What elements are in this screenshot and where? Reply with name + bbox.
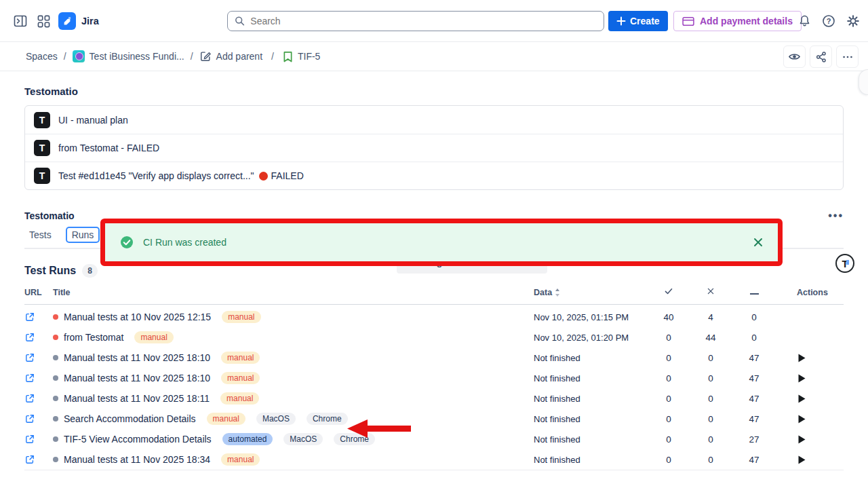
run-failed-count: 0 xyxy=(708,353,713,363)
play-run-icon[interactable] xyxy=(798,394,806,403)
create-button-label: Create xyxy=(630,16,660,26)
badge-macos: MacOS xyxy=(256,413,296,425)
breadcrumb-space[interactable]: Test iBusiness Fundi... xyxy=(73,50,184,62)
edit-pencil-icon xyxy=(199,50,212,62)
col-header-data[interactable]: Data xyxy=(534,288,648,297)
more-actions-icon[interactable] xyxy=(836,45,859,68)
create-button[interactable]: Create xyxy=(608,11,668,31)
col-header-data-label: Data xyxy=(534,288,552,297)
run-title: TIF-5 View Accommodation Details xyxy=(64,434,212,445)
run-passed-count: 0 xyxy=(666,455,671,465)
search-icon xyxy=(235,16,245,26)
col-header-actions: Actions xyxy=(776,288,844,297)
run-title: Manual tests at 10 Nov 2025 12:15 xyxy=(64,312,211,322)
run-data: Not finished xyxy=(534,353,648,363)
table-header-row: URL Title Data Actions xyxy=(24,286,844,305)
run-data: Not finished xyxy=(534,434,648,445)
external-link-icon[interactable] xyxy=(24,373,35,383)
add-payment-details-button[interactable]: Add payment details xyxy=(673,11,802,31)
link-item[interactable]: TUI - manual plan xyxy=(25,106,843,134)
app-logo[interactable]: Jira xyxy=(58,0,99,42)
settings-gear-icon[interactable] xyxy=(842,10,864,32)
share-icon[interactable] xyxy=(810,45,832,68)
play-run-icon[interactable] xyxy=(798,354,806,362)
search-input[interactable] xyxy=(250,16,597,26)
table-row: Manual tests at 11 Nov 2025 18:10manualN… xyxy=(24,348,844,368)
external-link-icon[interactable] xyxy=(24,332,35,343)
col-header-skipped[interactable] xyxy=(750,288,759,297)
credit-card-icon xyxy=(682,16,694,26)
svg-text:?: ? xyxy=(827,17,831,25)
search-box[interactable] xyxy=(227,11,604,31)
testomat-icon: T xyxy=(34,140,50,156)
table-row: Manual tests at 11 Nov 2025 18:10manualN… xyxy=(24,368,844,388)
help-icon[interactable]: ? xyxy=(818,10,840,32)
jira-logo-icon xyxy=(58,12,76,30)
external-link-icon[interactable] xyxy=(24,413,35,424)
space-avatar xyxy=(73,50,85,62)
run-status-dot xyxy=(53,416,58,421)
run-data: Not finished xyxy=(534,455,648,465)
run-status-dot xyxy=(53,314,58,320)
breadcrumb-page[interactable]: TIF-5 xyxy=(283,51,320,62)
external-link-icon[interactable] xyxy=(24,434,35,445)
breadcrumb-space-label: Test iBusiness Fundi... xyxy=(90,51,184,62)
main-content: Testomatio TUI - manual planTfrom Testom… xyxy=(0,86,868,470)
annotation-highlight-box: CI Run was created xyxy=(100,219,783,266)
external-link-icon[interactable] xyxy=(24,312,35,322)
tab-tests[interactable]: Tests xyxy=(24,228,56,242)
badge-manual: manual xyxy=(221,352,260,364)
app-switcher-icon[interactable] xyxy=(33,10,54,32)
play-run-icon[interactable] xyxy=(798,435,806,444)
run-status-dot xyxy=(53,375,58,381)
link-item[interactable]: TTest #ed1d1e45 "Verify app displays cor… xyxy=(25,162,843,189)
col-header-url[interactable]: URL xyxy=(24,288,53,297)
external-link-icon[interactable] xyxy=(24,393,35,404)
breadcrumb-page-label: TIF-5 xyxy=(298,51,320,62)
sidebar-toggle-icon[interactable] xyxy=(9,10,31,32)
table-row: Manual tests at 11 Nov 2025 18:34manualN… xyxy=(24,449,844,470)
testomat-icon: T xyxy=(34,168,50,184)
run-title: Search Accommodation Details xyxy=(64,413,196,424)
link-item-label: UI - manual plan xyxy=(58,115,128,126)
play-run-icon[interactable] xyxy=(798,415,806,424)
run-skipped-count: 47 xyxy=(749,394,759,404)
test-runs-title: Test Runs xyxy=(24,265,76,277)
macro-more-icon[interactable]: ••• xyxy=(828,212,844,219)
tab-runs[interactable]: Runs xyxy=(67,228,99,242)
external-link-icon[interactable] xyxy=(24,352,35,363)
col-header-failed[interactable] xyxy=(707,287,715,297)
breadcrumb-add-parent[interactable]: Add parent xyxy=(199,50,263,62)
link-item[interactable]: Tfrom Testomat - FAILED xyxy=(25,134,843,162)
badge-manual: manual xyxy=(134,331,173,343)
breadcrumb-separator: / xyxy=(271,51,274,62)
col-header-title[interactable]: Title xyxy=(53,288,534,297)
col-header-passed[interactable] xyxy=(664,286,673,298)
test-runs-table: Manual tests at 10 Nov 2025 12:15manualN… xyxy=(24,305,844,470)
link-item-label: Test #ed1d1e45 "Verify app displays corr… xyxy=(58,170,254,181)
breadcrumb-separator: / xyxy=(64,51,66,62)
run-skipped-count: 47 xyxy=(749,455,759,465)
table-row: from TestomatmanualNov 10, 2025, 01:20 P… xyxy=(24,327,844,348)
run-data: Not finished xyxy=(534,373,648,383)
badge-manual: manual xyxy=(221,372,260,384)
links-section-title: Testomatio xyxy=(24,86,844,97)
annotation-arrow xyxy=(347,419,412,438)
badge-automated: automated xyxy=(222,433,273,445)
breadcrumb-add-parent-label: Add parent xyxy=(216,51,263,62)
play-run-icon[interactable] xyxy=(798,374,806,383)
watch-eye-icon[interactable] xyxy=(783,45,806,68)
run-skipped-count: 47 xyxy=(749,353,759,363)
play-run-icon[interactable] xyxy=(798,455,806,464)
external-link-icon[interactable] xyxy=(24,454,35,465)
run-passed-count: 0 xyxy=(666,333,671,343)
notifications-bell-icon[interactable] xyxy=(793,10,815,32)
panel-handle[interactable] xyxy=(859,69,868,95)
run-data: Not finished xyxy=(534,394,648,404)
failed-status-label: FAILED xyxy=(271,170,304,181)
toast-close-icon[interactable] xyxy=(753,238,763,247)
toast-message: CI Run was created xyxy=(143,237,226,248)
testomatio-logo-icon[interactable]: T xyxy=(835,254,854,273)
breadcrumb-spaces[interactable]: Spaces xyxy=(26,51,58,62)
run-failed-count: 0 xyxy=(708,455,713,465)
